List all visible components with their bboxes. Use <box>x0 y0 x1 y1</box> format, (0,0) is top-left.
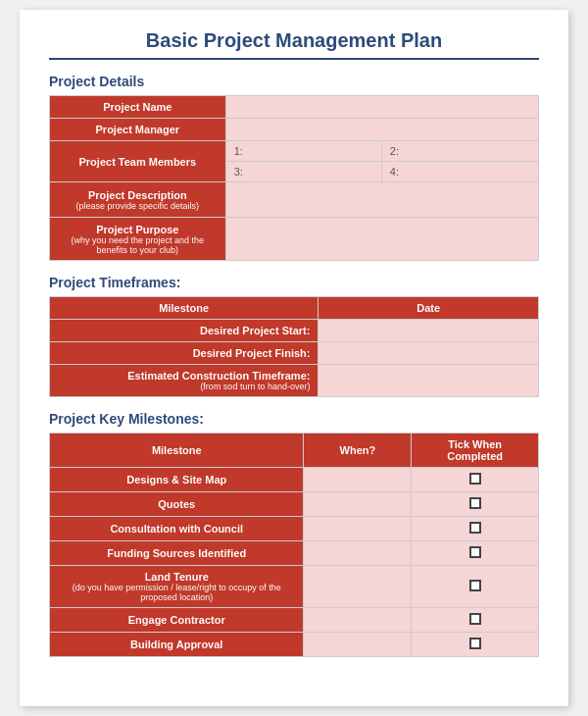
main-page: Basic Project Management Plan Project De… <box>20 10 568 706</box>
ms-when-contractor[interactable] <box>304 608 412 633</box>
table-row: Consultation with Council <box>50 517 539 541</box>
checkbox-icon <box>469 473 481 485</box>
checkbox-icon <box>469 522 481 534</box>
field-label-purpose-sub: (why you need the project and the benefi… <box>56 235 220 255</box>
field-label-team-members: Project Team Members <box>50 141 226 182</box>
timeframe-label-finish: Desired Project Finish: <box>50 342 318 365</box>
table-row: Project Description (please provide spec… <box>50 182 539 218</box>
table-row: Building Approval <box>50 633 539 657</box>
table-row: Project Manager <box>50 119 539 141</box>
ms-tick-council[interactable] <box>412 517 539 541</box>
table-row-header: Milestone When? Tick When Completed <box>50 434 539 468</box>
timeframe-col-milestone: Milestone <box>50 297 318 320</box>
ms-label-funding: Funding Sources Identified <box>50 541 304 566</box>
table-row: Desired Project Start: <box>50 320 539 342</box>
ms-tick-funding[interactable] <box>412 541 539 566</box>
ms-label-contractor: Engage Contractor <box>50 608 304 633</box>
field-label-description: Project Description (please provide spec… <box>50 182 226 218</box>
ms-col-when: When? <box>304 434 412 468</box>
checkbox-icon <box>469 497 481 509</box>
ms-when-funding[interactable] <box>304 541 412 566</box>
table-row: Project Name <box>50 96 539 119</box>
table-row-header: Milestone Date <box>50 297 539 320</box>
ms-tick-approval[interactable] <box>412 633 539 657</box>
section-key-milestones: Project Key Milestones: <box>49 411 539 427</box>
checkbox-icon <box>469 638 481 649</box>
section-project-details: Project Details <box>49 74 539 89</box>
ms-label-council: Consultation with Council <box>50 517 304 541</box>
field-label-project-manager: Project Manager <box>50 119 226 141</box>
timeframe-label-construction-sub: (from sod turn to hand-over) <box>58 382 310 391</box>
timeframes-table: Milestone Date Desired Project Start: De… <box>49 296 539 397</box>
ms-tick-quotes[interactable] <box>412 492 539 517</box>
table-row: Funding Sources Identified <box>50 541 539 566</box>
ms-when-quotes[interactable] <box>304 492 412 517</box>
ms-col-tick: Tick When Completed <box>412 434 539 468</box>
section-timeframes: Project Timeframes: <box>49 275 539 290</box>
table-row: Estimated Construction Timeframe: (from … <box>50 365 539 397</box>
ms-tick-land[interactable] <box>412 566 539 608</box>
team-member-3[interactable]: 3: <box>226 162 382 181</box>
field-label-purpose: Project Purpose (why you need the projec… <box>50 218 226 261</box>
team-grid-top: 1: 2: <box>226 141 538 161</box>
ms-label-land-sub: (do you have permission / lease/right to… <box>58 583 295 602</box>
timeframe-value-start[interactable] <box>318 320 539 342</box>
field-label-project-name: Project Name <box>50 96 226 119</box>
ms-tick-contractor[interactable] <box>412 608 539 633</box>
field-value-project-manager[interactable] <box>225 119 538 141</box>
ms-tick-designs[interactable] <box>412 468 539 492</box>
timeframe-value-construction[interactable] <box>318 365 539 397</box>
table-row: Quotes <box>50 492 539 517</box>
team-member-2[interactable]: 2: <box>382 141 538 161</box>
ms-label-land: Land Tenure (do you have permission / le… <box>50 566 304 608</box>
ms-when-council[interactable] <box>304 517 412 541</box>
ms-label-designs: Designs & Site Map <box>50 468 304 492</box>
project-details-table: Project Name Project Manager Project Tea… <box>49 95 539 261</box>
checkbox-icon <box>469 546 481 558</box>
timeframe-col-date: Date <box>318 297 539 320</box>
team-member-1[interactable]: 1: <box>226 141 382 161</box>
ms-when-designs[interactable] <box>304 468 412 492</box>
table-row: Project Team Members 1: 2: 3: 4: <box>50 141 539 182</box>
table-row: Project Purpose (why you need the projec… <box>50 218 539 261</box>
ms-when-land[interactable] <box>304 566 412 608</box>
page-title: Basic Project Management Plan <box>49 29 539 60</box>
timeframe-label-start: Desired Project Start: <box>50 320 318 342</box>
table-row: Engage Contractor <box>50 608 539 633</box>
table-row: Land Tenure (do you have permission / le… <box>50 566 539 608</box>
field-value-description[interactable] <box>225 182 538 218</box>
team-grid-bottom: 3: 4: <box>226 161 538 181</box>
ms-label-quotes: Quotes <box>50 492 304 517</box>
ms-label-approval: Building Approval <box>50 633 304 657</box>
field-value-purpose[interactable] <box>225 218 538 261</box>
field-value-team-members: 1: 2: 3: 4: <box>225 141 538 182</box>
timeframe-label-construction: Estimated Construction Timeframe: (from … <box>50 365 318 397</box>
table-row: Designs & Site Map <box>50 468 539 492</box>
ms-col-milestone: Milestone <box>50 434 304 468</box>
timeframe-value-finish[interactable] <box>318 342 539 365</box>
milestones-table: Milestone When? Tick When Completed Desi… <box>49 433 539 657</box>
table-row: Desired Project Finish: <box>50 342 539 365</box>
ms-when-approval[interactable] <box>304 633 412 657</box>
team-member-4[interactable]: 4: <box>382 162 538 181</box>
checkbox-icon <box>469 580 481 591</box>
field-label-description-sub: (please provide specific details) <box>56 201 220 211</box>
checkbox-icon <box>469 613 481 625</box>
field-value-project-name[interactable] <box>225 96 538 119</box>
